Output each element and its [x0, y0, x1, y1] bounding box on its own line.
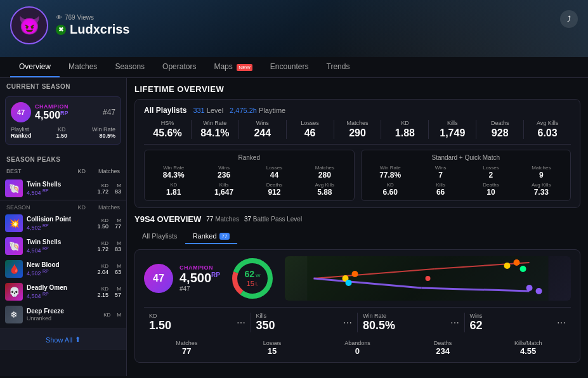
username-text: Ludxcriss — [70, 22, 129, 37]
peak-stats-best: KD 1.72 M 83 — [97, 183, 121, 195]
stat-winrate: Win Rate 84.1% — [192, 120, 239, 139]
y9s4-top-section: 47 CHAMPION 4,500RP #47 — [144, 256, 571, 301]
peak-thumb-best: 🐚 — [5, 179, 23, 197]
wins-losses-donut: 62 W 15 L — [230, 256, 275, 301]
ranked-title: Ranked — [151, 154, 348, 161]
nav-trends[interactable]: Trends — [318, 57, 359, 77]
tab-ranked[interactable]: Ranked 77 — [185, 229, 238, 244]
svg-point-16 — [535, 288, 542, 294]
sidebar: CURRENT SEASON 47 CHAMPION 4,500RP #47 — [0, 78, 127, 376]
peak-sub-nb: 4,502 RP — [27, 269, 93, 277]
wins-value-display: 62 — [470, 319, 483, 332]
peak-deep-freeze[interactable]: ❄ Deep Freeze Unranked KD M — [0, 303, 126, 326]
kd-label: KD — [149, 313, 171, 319]
svg-point-15 — [526, 285, 532, 291]
season-peaks-label: SEASON PEAKS — [0, 151, 126, 166]
nav-operators[interactable]: Operators — [154, 57, 205, 77]
peak-sub-ts: 4,504 RP — [27, 246, 93, 254]
sqm-stat-avgkills: Avg Kills 7.33 — [519, 182, 564, 197]
svg-point-9 — [351, 271, 358, 277]
kd-col-season: KD — [77, 204, 86, 211]
sqm-stat-kd: KD 6.60 — [368, 182, 413, 197]
views-count: 769 Views — [65, 14, 94, 21]
champion-header: 47 CHAMPION 4,500RP #47 — [11, 102, 115, 122]
kd-value: 1.50 — [56, 133, 67, 139]
map-viz-svg — [285, 256, 571, 301]
y9s4-bp-meta: 37 Battle Pass Level — [244, 216, 302, 223]
show-all-label: Show All — [46, 336, 72, 344]
nav-matches[interactable]: Matches — [60, 57, 106, 77]
kd-menu-icon[interactable]: ⋯ — [237, 318, 245, 328]
share-button[interactable]: ⤴ — [560, 10, 578, 28]
sqm-stat-matches: Matches 9 — [519, 165, 564, 179]
champion-rp: 4,500RP — [35, 110, 69, 121]
kd-stat-kd: KD 1.50 ⋯ — [144, 313, 251, 332]
ranked-stat-losses: Losses 44 — [252, 165, 297, 179]
rank-number: 47 — [17, 108, 25, 116]
peak-stats-cp: KD1.50 M77 — [97, 218, 121, 230]
peak-best-twin-shells[interactable]: 🐚 Twin Shells 4,504 RP KD 1.72 M 83 — [0, 177, 126, 200]
nav-encounters[interactable]: Encounters — [261, 57, 318, 77]
new-badge: NEW — [237, 64, 252, 71]
kd-block: KD 1.50 — [56, 126, 67, 139]
lifetime-section-header: LIFETIME OVERVIEW — [134, 84, 580, 94]
lifetime-stats-row: HS% 45.6% Win Rate 84.1% Wins 244 Losses… — [144, 120, 571, 145]
ranked-stat-matches: Matches 280 — [302, 165, 347, 179]
nav-overview[interactable]: Overview — [10, 57, 60, 77]
peak-name-do: Deadly Omen — [27, 284, 93, 292]
main-content: CURRENT SEASON 47 CHAMPION 4,500RP #47 — [0, 78, 588, 376]
kills-menu-icon[interactable]: ⋯ — [343, 318, 352, 328]
sqm-stat-deaths: Deaths 10 — [468, 182, 513, 197]
champ-rank-icon: 47 — [144, 264, 173, 293]
peaks-header: BEST KD Matches — [0, 166, 126, 177]
champion-badge: 47 CHAMPION 4,500RP — [11, 102, 69, 122]
peak-deadly-omen[interactable]: 💀 Deadly Omen 4,504 RP KD2.15 M57 — [0, 280, 126, 303]
season-label-text: SEASON — [6, 204, 30, 211]
peak-info-df: Deep Freeze Unranked — [27, 308, 100, 322]
champ-rp: 4,500RP — [180, 271, 220, 285]
lifetime-overview-card: All Playlists 331 Level 2,475.2h Playtim… — [134, 99, 580, 208]
peak-thumb-do: 💀 — [5, 283, 23, 301]
peak-stats-nb: KD2.04 M63 — [97, 263, 121, 275]
nav-seasons[interactable]: Seasons — [106, 57, 154, 77]
card-meta-level: 331 Level — [193, 107, 223, 114]
ranked-subsection: Ranked Win Rate 84.3% Wins 236 Losses 44 — [144, 150, 355, 201]
ranked-stat-kd: KD 1.81 — [151, 182, 196, 197]
sqm-stat-wins: Wins 7 — [418, 165, 463, 179]
nav-maps[interactable]: Maps NEW — [205, 57, 261, 77]
svg-point-14 — [519, 266, 526, 272]
ranked-stat-wins: Wins 236 — [201, 165, 246, 179]
svg-point-12 — [504, 263, 510, 269]
card-header: All Playlists 331 Level 2,475.2h Playtim… — [144, 106, 571, 115]
stat-matches: Matches 290 — [334, 120, 382, 139]
peak-twin-shells[interactable]: 🐚 Twin Shells 4,504 RP KD1.72 M83 — [0, 235, 126, 257]
bottom-stats-row: Matches 77 Losses 15 Abandons 0 Deaths 2… — [144, 336, 571, 356]
peak-info-do: Deadly Omen 4,504 RP — [27, 284, 93, 299]
svg-point-11 — [425, 276, 430, 281]
donut-wins: 62 — [244, 269, 254, 280]
stat-wins: Wins 244 — [239, 120, 287, 139]
sub-rows: Ranked Win Rate 84.3% Wins 236 Losses 44 — [144, 150, 571, 201]
peak-stats-do: KD2.15 M57 — [97, 286, 121, 298]
svg-point-13 — [513, 259, 519, 266]
champ-info: CHAMPION 4,500RP #47 — [180, 264, 220, 292]
peak-thumb-cp: 💥 — [5, 214, 23, 232]
peak-name-nb: New Blood — [27, 261, 93, 269]
peak-info-cp: Collision Point 4,502 RP — [27, 216, 93, 231]
show-all-button[interactable]: Show All ⬆ — [0, 329, 126, 350]
champ-display: 47 CHAMPION 4,500RP #47 — [144, 264, 220, 293]
header-info: 👁 769 Views ✖ Ludxcriss — [56, 14, 129, 37]
bottom-stat-abandons: Abandons 0 — [315, 340, 400, 356]
ranked-stat-avgkills: Avg Kills 5.88 — [302, 182, 347, 197]
peak-collision-point[interactable]: 💥 Collision Point 4,502 RP KD1.50 M77 — [0, 212, 126, 235]
wins-menu-icon[interactable]: ⋯ — [557, 318, 566, 328]
winrate-menu-icon[interactable]: ⋯ — [450, 318, 459, 328]
kd-stat-kills: Kills 350 ⋯ — [251, 313, 358, 332]
winrate-value: 80.5% — [92, 133, 115, 139]
map-visualization — [285, 256, 571, 301]
kills-value-display: 350 — [256, 319, 275, 332]
matches-col-header: Matches — [98, 168, 120, 174]
tab-all-playlists[interactable]: All Playlists — [134, 229, 185, 244]
peak-stats-ts: KD1.72 M83 — [97, 240, 121, 252]
peak-new-blood[interactable]: 🩸 New Blood 4,502 RP KD2.04 M63 — [0, 257, 126, 280]
